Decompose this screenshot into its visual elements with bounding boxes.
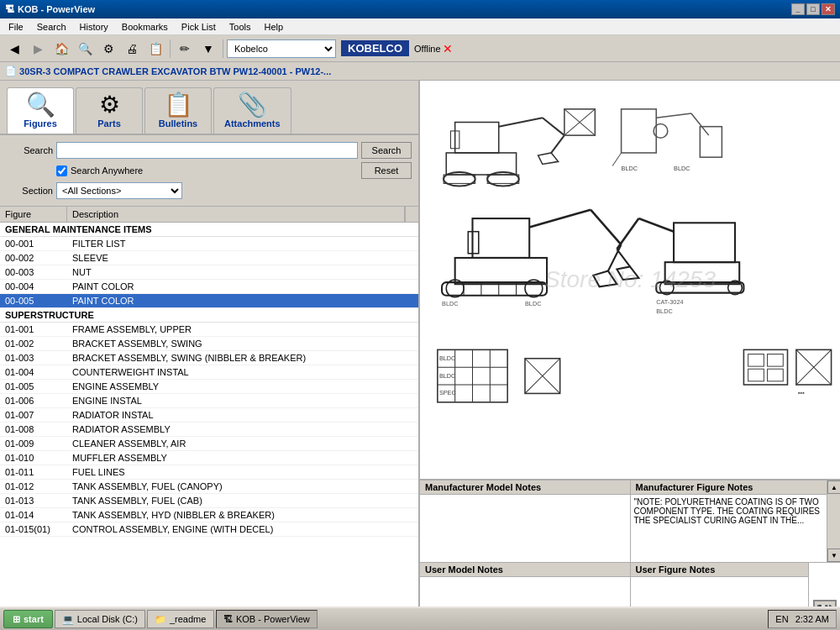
- left-panel: 🔍 Figures ⚙ Parts 📋 Bulletins 📎 Attachme…: [0, 81, 420, 630]
- table-row[interactable]: 01-014 TANK ASSEMBLY, HYD (NIBBLER & BRE…: [0, 508, 418, 522]
- svg-line-2: [499, 118, 543, 126]
- manufacturer-figure-notes: Manufacturer Figure Notes "NOTE: POLYURE…: [631, 480, 841, 562]
- search-anywhere-checkbox[interactable]: [56, 165, 67, 176]
- table-row[interactable]: 00-002 SLEEVE: [0, 251, 418, 265]
- taskbar-item-readme[interactable]: 📁 _readme: [147, 610, 214, 628]
- table-row[interactable]: 01-012 TANK ASSEMBLY, FUEL (CANOPY): [0, 480, 418, 494]
- menu-file[interactable]: File: [3, 20, 29, 34]
- maximize-button[interactable]: □: [806, 3, 820, 15]
- attachments-icon: 📎: [238, 93, 267, 117]
- manufacturer-figure-content: "NOTE: POLYURETHANE COATING IS OF TWO CO…: [631, 495, 827, 562]
- table-row[interactable]: 00-004 PAINT COLOR: [0, 280, 418, 294]
- table-row[interactable]: 01-013 TANK ASSEMBLY, FUEL (CAB): [0, 494, 418, 508]
- menu-search[interactable]: Search: [32, 20, 71, 34]
- manufacturer-model-content: [420, 495, 630, 562]
- table-row[interactable]: 01-005 ENGINE ASSEMBLY: [0, 380, 418, 394]
- svg-text:BLDC: BLDC: [442, 300, 458, 307]
- table-row-selected[interactable]: 00-005 PAINT COLOR: [0, 294, 418, 308]
- svg-text:SPEC: SPEC: [439, 390, 456, 397]
- offline-icon: ✕: [443, 42, 453, 55]
- search-tool-button[interactable]: 🔍: [74, 38, 96, 60]
- taskbar-item-localdisk[interactable]: 💻 Local Disk (C:): [55, 610, 145, 628]
- results-body[interactable]: GENERAL MAINTENANCE ITEMS 00-001 FILTER …: [0, 223, 418, 616]
- svg-line-24: [591, 210, 621, 245]
- table-row[interactable]: 01-008 RADIATOR ASSEMBLY: [0, 423, 418, 437]
- section-label: Section: [7, 186, 53, 196]
- diagram-svg: BLDC BLDC: [420, 81, 840, 479]
- svg-text:BLDC: BLDC: [439, 372, 455, 380]
- table-row[interactable]: 01-002 BRACKET ASSEMBLY, SWING: [0, 337, 418, 351]
- menu-history[interactable]: History: [75, 20, 113, 34]
- menu-picklist[interactable]: Pick List: [176, 20, 221, 34]
- tab-bulletins-label: Bulletins: [159, 118, 197, 129]
- document-icon: 📄: [5, 66, 17, 76]
- search-button[interactable]: Search: [361, 142, 412, 159]
- table-row[interactable]: 01-009 CLEANER ASSEMBLY, AIR: [0, 437, 418, 451]
- back-button[interactable]: ◀: [3, 38, 25, 60]
- notes-scrollbar[interactable]: ▲ ▼: [827, 480, 840, 562]
- toolbar: ◀ ▶ 🏠 🔍 ⚙ 🖨 📋 ✏ ▼ Kobelco KOBELCO Offlin…: [0, 35, 840, 62]
- svg-text:▪▪▪: ▪▪▪: [798, 390, 805, 397]
- manufacturer-model-notes: Manufacturer Model Notes: [420, 480, 631, 562]
- manufacturer-select[interactable]: Kobelco: [227, 39, 336, 58]
- section-select[interactable]: <All Sections>: [56, 182, 182, 199]
- tab-bulletins[interactable]: 📋 Bulletins: [144, 87, 212, 134]
- readme-icon: 📁: [155, 614, 166, 625]
- menu-tools[interactable]: Tools: [224, 20, 256, 34]
- search-input[interactable]: [56, 142, 358, 159]
- scroll-track: [827, 494, 840, 549]
- table-row[interactable]: 01-015(01) CONTROL ASSEMBLY, ENGINE (WIT…: [0, 522, 418, 537]
- section-header-superstructure: SUPERSTRUCTURE: [0, 308, 418, 323]
- svg-line-39: [617, 249, 630, 267]
- offline-label: Offline: [414, 44, 441, 54]
- table-row[interactable]: 01-003 BRACKET ASSEMBLY, SWING (NIBBLER …: [0, 351, 418, 365]
- menu-bookmarks[interactable]: Bookmarks: [117, 20, 173, 34]
- svg-line-38: [617, 218, 638, 249]
- start-label: start: [24, 614, 44, 624]
- user-figure-title: User Figure Notes: [631, 563, 809, 577]
- svg-line-4: [551, 135, 564, 153]
- svg-rect-60: [768, 354, 784, 367]
- settings-button[interactable]: ⚙: [97, 38, 119, 60]
- nav-tabs: 🔍 Figures ⚙ Parts 📋 Bulletins 📎 Attachme…: [0, 81, 418, 135]
- table-row[interactable]: 00-001 FILTER LIST: [0, 237, 418, 251]
- scroll-up-arrow[interactable]: ▲: [827, 480, 840, 494]
- manufacturer-dropdown[interactable]: Kobelco: [227, 39, 336, 58]
- svg-line-17: [612, 153, 621, 166]
- table-row[interactable]: 01-001 FRAME ASSEMBLY, UPPER: [0, 323, 418, 337]
- svg-line-25: [608, 244, 622, 270]
- table-row[interactable]: 01-006 ENGINE INSTAL: [0, 394, 418, 408]
- table-row[interactable]: 01-004 COUNTERWEIGHT INSTAL: [0, 365, 418, 380]
- minimize-button[interactable]: _: [791, 3, 805, 15]
- svg-line-37: [638, 218, 674, 232]
- print-button[interactable]: 🖨: [121, 38, 143, 60]
- taskbar: ⊞ start 💻 Local Disk (C:) 📁 _readme 🏗 KO…: [0, 606, 840, 630]
- tab-parts[interactable]: ⚙ Parts: [76, 87, 143, 134]
- table-row[interactable]: 00-003 NUT: [0, 265, 418, 280]
- manufacturer-figure-title: Manufacturer Figure Notes: [631, 480, 827, 495]
- manufacturer-figure-text: "NOTE: POLYURETHANE COATING IS OF TWO CO…: [634, 497, 821, 525]
- svg-line-3: [543, 118, 564, 135]
- svg-text:BLDC: BLDC: [674, 165, 690, 172]
- tab-figures[interactable]: 🔍 Figures: [7, 87, 74, 134]
- close-button[interactable]: ✕: [822, 3, 835, 15]
- scroll-down-arrow[interactable]: ▼: [827, 549, 840, 562]
- tab-attachments[interactable]: 📎 Attachments: [213, 87, 291, 134]
- svg-line-23: [529, 210, 591, 228]
- taskbar-item-powerview[interactable]: 🏗 KOB - PowerView: [216, 610, 318, 628]
- svg-rect-8: [444, 175, 475, 183]
- search-label: Search: [7, 145, 53, 155]
- edit-button[interactable]: ✏: [174, 38, 196, 60]
- menu-help[interactable]: Help: [260, 20, 289, 34]
- dropdown-button[interactable]: ▼: [197, 38, 219, 60]
- tab-attachments-label: Attachments: [224, 118, 281, 129]
- table-row[interactable]: 01-007 RADIATOR INSTAL: [0, 408, 418, 423]
- document-title: 30SR-3 COMPACT CRAWLER EXCAVATOR BTW PW1…: [19, 66, 331, 76]
- start-button[interactable]: ⊞ start: [3, 610, 53, 628]
- table-row[interactable]: 01-011 FUEL LINES: [0, 465, 418, 480]
- home-button[interactable]: 🏠: [50, 38, 72, 60]
- table-row[interactable]: 01-010 MUFFLER ASSEMBLY: [0, 451, 418, 465]
- notes-button[interactable]: 📋: [144, 38, 166, 60]
- reset-button[interactable]: Reset: [361, 162, 412, 179]
- forward-button[interactable]: ▶: [27, 38, 49, 60]
